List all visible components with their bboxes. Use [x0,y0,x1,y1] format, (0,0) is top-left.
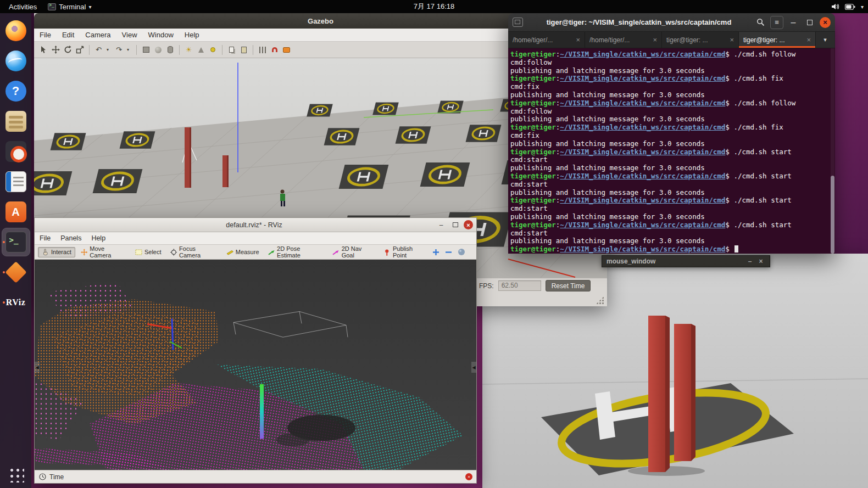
align-icon[interactable] [258,46,266,54]
clock[interactable]: 7月 17 16:18 [414,2,454,12]
minimize-button[interactable]: – [745,257,754,266]
box-shape-icon[interactable] [142,46,150,54]
maximize-button[interactable] [803,16,816,29]
spot-light-icon[interactable] [197,46,205,54]
activities-button[interactable]: Activities [5,3,40,11]
terminal-line: cmd:start [510,229,833,237]
tab-close-icon[interactable]: × [650,36,657,44]
gazebo-menu-camera[interactable]: Camera [80,31,116,39]
rotate-tool-icon[interactable] [64,46,72,54]
reset-time-button[interactable]: Reset Time [546,280,591,291]
redo-menu-icon[interactable]: ▾ [127,46,131,54]
terminal-tab[interactable]: /home/tiger/...× [585,32,662,48]
dock-item-help[interactable] [2,77,30,105]
terminal-tab[interactable]: /home/tiger/...× [508,32,585,48]
interact-tool[interactable]: Interact [38,247,75,257]
translate-tool-icon[interactable] [52,46,60,54]
rviz-titlebar[interactable]: default.rviz* - RViz – × [35,218,476,232]
dock-item-browser[interactable] [2,47,30,75]
system-status-area[interactable]: ▾ [831,2,864,11]
dock-item-ubuntu-software[interactable] [2,198,30,226]
dock-item-libreoffice-writer[interactable] [2,168,30,195]
terminal-scrollbar[interactable] [831,48,834,254]
move-camera-tool[interactable]: Move Camera [77,244,130,260]
rviz-menu-panels[interactable]: Panels [55,234,86,242]
rviz-menu-help[interactable]: Help [86,234,110,242]
point-light-icon[interactable]: ☀ [185,46,193,54]
close-button[interactable]: × [756,257,765,266]
undo-menu-icon[interactable]: ▾ [107,46,111,54]
add-tool-icon[interactable] [432,249,439,256]
help-icon [5,81,26,102]
dock-item-gazebo[interactable] [2,259,30,286]
maximize-button[interactable] [449,220,461,231]
rviz-menu-file[interactable]: File [35,234,55,242]
minimize-button[interactable]: – [435,220,447,231]
dock-item-terminal[interactable] [2,228,30,256]
rviz-3d-view[interactable]: ◀ ◀ [35,260,476,470]
mouse-window-titlebar[interactable]: mouse_window – × [602,255,770,267]
resize-grip[interactable] [596,296,604,304]
toolbar-separator [253,45,253,55]
terminal-line: publishing and latching message for 3.0 … [510,115,833,123]
dock-item-files[interactable] [2,108,30,135]
tab-list-chevron-icon[interactable]: ▾ [816,32,834,48]
close-button[interactable]: × [820,17,831,28]
snap-icon[interactable] [270,46,279,54]
toolbar-separator [179,45,180,55]
undo-icon[interactable]: ↶ [94,46,103,54]
search-icon[interactable] [754,16,767,29]
measure-tool[interactable]: Measure [223,248,263,257]
select-tool[interactable]: Select [132,248,165,257]
show-applications-icon[interactable] [8,466,24,483]
dock-item-media-player[interactable] [2,138,30,165]
view-angle-icon[interactable] [282,46,291,54]
hamburger-menu-icon[interactable]: ≡ [770,16,783,29]
time-panel-close-button[interactable]: × [465,473,472,480]
pose-estimate-tool[interactable]: 2D Pose Estimate [265,244,327,260]
scrollbar-handle[interactable] [831,176,834,254]
terminal-headerbar[interactable]: tiger@tiger: ~/VISIM_single/catkin_ws/sr… [508,13,835,32]
tab-close-icon[interactable]: × [574,36,580,44]
collapse-right-panel-arrow[interactable]: ◀ [471,362,476,373]
rviz-toolbar: Interact Move Camera Select Focus Camera… [35,244,476,260]
media-player-icon [5,141,26,162]
sphere-icon[interactable] [458,248,465,256]
directional-light-icon[interactable] [209,46,217,54]
cylinder-shape-icon[interactable] [166,46,174,54]
remove-tool-icon[interactable] [445,249,452,256]
running-indicator [3,241,5,243]
nav-goal-tool[interactable]: 2D Nav Goal [329,244,378,260]
running-indicator [3,301,5,304]
tab-close-icon[interactable]: × [804,36,811,44]
scale-tool-icon[interactable] [76,46,84,54]
collapse-left-panel-arrow[interactable]: ◀ [35,362,40,373]
select-tool-icon[interactable] [40,46,48,54]
dock-item-rviz[interactable]: RViz [2,289,30,316]
copy-icon[interactable] [227,46,236,54]
sphere-shape-icon[interactable] [154,46,162,54]
publish-point-tool[interactable]: Publish Point [380,244,430,260]
redo-icon[interactable]: ↷ [115,46,123,54]
focus-camera-tool[interactable]: Focus Camera [167,244,221,260]
terminal-tab[interactable]: tiger@tiger: ...× [662,32,739,48]
dock-item-firefox[interactable] [2,17,30,44]
selection-box-icon [135,249,142,256]
minimize-button[interactable]: – [787,16,800,29]
gazebo-menu-help[interactable]: Help [179,31,205,39]
gazebo-menu-window[interactable]: Window [143,31,179,39]
terminal-app-icon [48,3,56,10]
gazebo-menu-view[interactable]: View [116,31,143,39]
tab-close-icon[interactable]: × [727,36,734,44]
close-button[interactable]: × [464,220,473,229]
terminal-output: tiger@tiger:~/VISIM_single/catkin_ws/src… [508,48,835,253]
gazebo-menu-file[interactable]: File [34,31,57,39]
paste-icon[interactable] [240,46,248,54]
terminal-tab[interactable]: tiger@tiger: ...× [739,32,816,48]
firefox-icon [5,20,26,41]
gazebo-menu-edit[interactable]: Edit [57,31,80,39]
terminal-body[interactable]: tiger@tiger:~/VISIM_single/catkin_ws/src… [508,48,835,254]
app-menu[interactable]: Terminal ▾ [48,3,91,11]
fps-value: 62.50 [498,281,541,291]
terminal-line: publishing and latching message for 3.0 … [510,91,833,99]
